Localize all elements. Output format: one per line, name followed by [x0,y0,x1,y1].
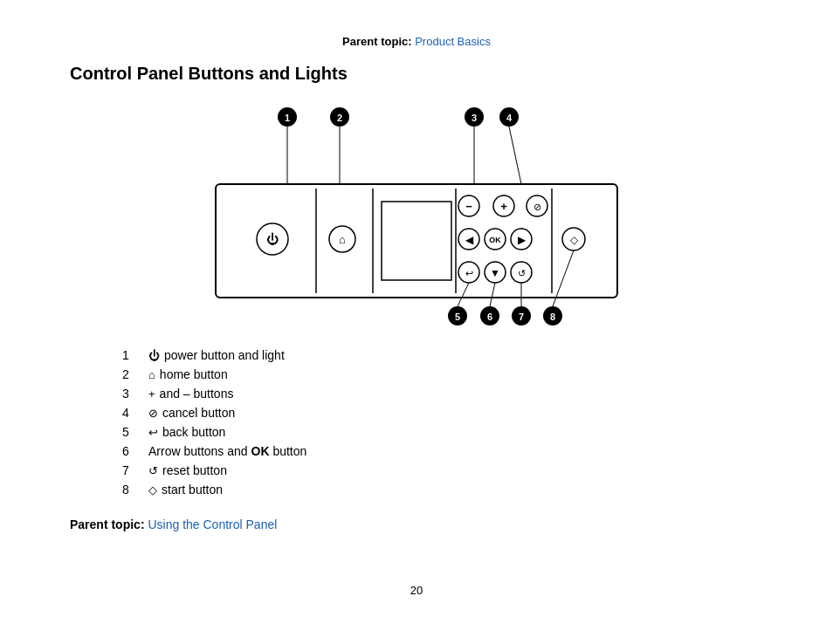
svg-text:1: 1 [285,113,290,123]
svg-text:2: 2 [337,113,342,123]
svg-line-11 [509,127,521,184]
parent-topic-top: Parent topic: Product Basics [70,35,763,48]
control-panel-diagram: 1 2 3 4 ⏻ ⌂ − + [146,101,687,328]
legend-list: 1 ⏻ power button and light 2 ⌂ home butt… [122,348,763,497]
product-basics-link[interactable]: Product Basics [415,35,491,48]
parent-topic-bottom-label: Parent topic: [70,517,145,531]
page-number: 20 [70,584,763,597]
svg-text:↺: ↺ [518,268,526,278]
svg-text:⏻: ⏻ [266,232,279,246]
svg-text:+: + [500,200,507,213]
parent-topic-bottom: Parent topic: Using the Control Panel [70,517,763,531]
svg-text:↩: ↩ [465,268,473,278]
svg-text:◇: ◇ [570,234,579,246]
svg-rect-21 [382,202,451,280]
svg-text:6: 6 [487,312,492,322]
svg-text:⌂: ⌂ [339,233,346,246]
svg-text:◀: ◀ [465,234,474,246]
svg-text:▶: ▶ [518,234,527,246]
legend-item-5: 5 ↩ back button [122,425,763,439]
legend-item-8: 8 ◇ start button [122,483,763,497]
parent-topic-top-label: Parent topic: [342,35,411,48]
svg-text:3: 3 [472,113,477,123]
svg-text:7: 7 [519,312,524,322]
svg-text:4: 4 [506,113,513,123]
svg-text:5: 5 [455,312,460,322]
svg-text:OK: OK [489,236,501,244]
using-control-panel-link[interactable]: Using the Control Panel [148,517,277,531]
svg-text:▼: ▼ [490,267,500,279]
legend-item-1: 1 ⏻ power button and light [122,348,763,362]
legend-item-4: 4 ⊘ cancel button [122,406,763,420]
legend-item-2: 2 ⌂ home button [122,367,763,381]
legend-item-3: 3 + and – buttons [122,387,763,401]
svg-text:8: 8 [550,312,555,322]
diagram-container: 1 2 3 4 ⏻ ⌂ − + [146,101,687,331]
page-title: Control Panel Buttons and Lights [70,64,763,84]
svg-text:⊘: ⊘ [534,202,541,212]
legend-item-7: 7 ↺ reset button [122,463,763,477]
legend-item-6: 6 Arrow buttons and OK button [122,444,763,458]
svg-text:−: − [465,200,472,213]
